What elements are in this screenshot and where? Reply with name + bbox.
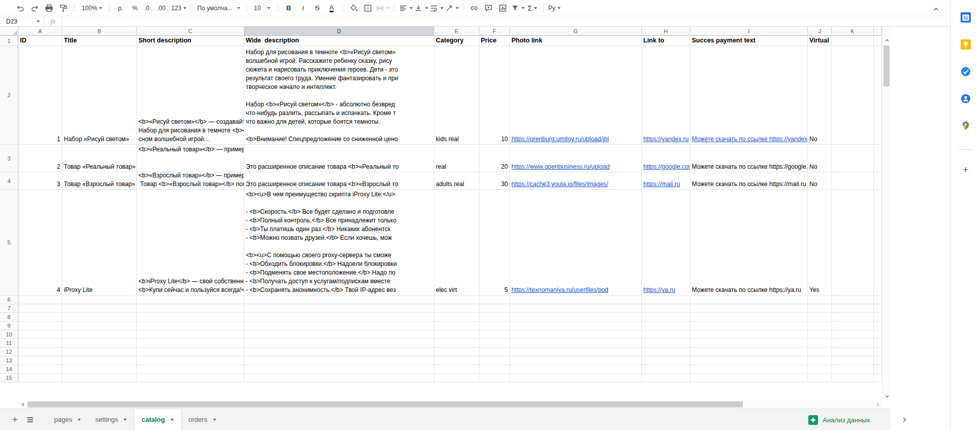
cell-J11[interactable] (808, 339, 832, 348)
cell-A9[interactable] (18, 322, 62, 330)
cell-C6[interactable] (137, 296, 244, 304)
cell-I14[interactable] (690, 365, 808, 374)
cell-H7[interactable] (642, 304, 690, 313)
fill-color-button[interactable] (347, 2, 360, 14)
cell-F9[interactable] (479, 322, 510, 330)
row-header-5[interactable]: 5 (0, 190, 18, 296)
cell-H8[interactable] (642, 313, 690, 322)
cell-A13[interactable] (18, 356, 62, 365)
tab-settings[interactable]: settings (88, 409, 134, 430)
cell-K4[interactable] (832, 172, 874, 190)
text-wrap-button[interactable] (429, 2, 444, 14)
horizontal-scrollbar[interactable] (18, 400, 882, 409)
row-header-10[interactable]: 10 (0, 330, 18, 339)
cell-X14[interactable] (874, 365, 882, 374)
borders-button[interactable] (361, 2, 375, 14)
cell-E10[interactable] (434, 330, 479, 339)
cell-I4[interactable]: Можете скачать по ссылке https://mail.ru (690, 172, 808, 190)
cell-C11[interactable] (137, 339, 244, 348)
cell-C12[interactable] (137, 348, 244, 356)
filter-button[interactable] (510, 2, 525, 14)
column-header-extra[interactable] (874, 27, 882, 36)
row-header-6[interactable]: 6 (0, 296, 18, 304)
cell-H4[interactable]: https://mail.ru (642, 172, 690, 190)
print-button[interactable] (42, 2, 56, 14)
row-header-8[interactable]: 8 (0, 313, 18, 322)
cell-I10[interactable] (690, 330, 808, 339)
insert-chart-button[interactable] (496, 2, 509, 14)
cell-H11[interactable] (642, 339, 690, 348)
cell-H1[interactable]: Link to (642, 36, 690, 46)
font-select[interactable]: По умолча... (195, 2, 242, 14)
add-sheet-button[interactable]: + (7, 409, 22, 430)
increase-decimals-button[interactable]: .00→ (157, 2, 170, 14)
cell-K11[interactable] (832, 339, 874, 348)
column-header-C[interactable]: C (137, 27, 244, 36)
more-formats-button[interactable]: 123 (171, 2, 186, 14)
scroll-left-icon[interactable] (18, 400, 27, 409)
vertical-scroll-thumb[interactable] (883, 46, 890, 86)
column-header-F[interactable]: F (479, 27, 510, 36)
cell-J9[interactable] (808, 322, 832, 330)
cell-C8[interactable] (137, 313, 244, 322)
cell-A10[interactable] (18, 330, 62, 339)
cell-F12[interactable] (479, 348, 510, 356)
cell-F6[interactable] (479, 296, 510, 304)
maps-icon[interactable] (961, 121, 971, 131)
cell-B8[interactable] (62, 313, 137, 322)
cell-J12[interactable] (808, 348, 832, 356)
cell-H2[interactable]: https://yandex.ru (642, 46, 690, 145)
cell-D2[interactable]: Набор для рисования в темноте <b>«Рисуй … (244, 46, 434, 145)
cell-G5[interactable]: https://texnomaniya.ru/userfiles/pod (510, 190, 642, 296)
cell-K1[interactable] (832, 36, 874, 46)
row-header-15[interactable]: 15 (0, 374, 18, 382)
input-tools-button[interactable]: Ру (548, 2, 561, 14)
cell-I13[interactable] (690, 356, 808, 365)
calendar-icon[interactable]: 31 (961, 12, 971, 22)
cell-B10[interactable] (62, 330, 137, 339)
cell-F2[interactable]: 10 (479, 46, 510, 145)
cell-D10[interactable] (244, 330, 434, 339)
cell-B12[interactable] (62, 348, 137, 356)
cell-D4[interactable]: Это расширенное описание товара <b>«Взро… (244, 172, 434, 190)
cell-D3[interactable]: Это расширенное описание товара <b>«Реал… (244, 145, 434, 172)
cell-X2[interactable] (874, 46, 882, 145)
cell-A11[interactable] (18, 339, 62, 348)
horizontal-align-button[interactable] (399, 2, 413, 14)
undo-button[interactable] (14, 2, 27, 14)
tasks-icon[interactable] (961, 66, 971, 77)
cell-F14[interactable] (479, 365, 510, 374)
tab-orders[interactable]: orders (181, 409, 223, 430)
cell-B1[interactable]: Title (62, 36, 137, 46)
row-header-2[interactable]: 2 (0, 46, 18, 145)
cell-D6[interactable] (244, 296, 434, 304)
cell-B6[interactable] (62, 296, 137, 304)
text-color-button[interactable]: A (325, 2, 338, 14)
cell-J8[interactable] (808, 313, 832, 322)
cell-I2[interactable]: Можете скачать по ссылке https://yandex.… (690, 46, 808, 145)
cell-A2[interactable]: 1 (18, 46, 62, 145)
cell-F7[interactable] (479, 304, 510, 313)
scroll-right-icon[interactable] (873, 400, 882, 409)
tab-pages[interactable]: pages (47, 409, 88, 430)
cell-D5[interactable]: <b><u>В чем преимущество скрипта iProxy … (244, 190, 434, 296)
merge-cells-button[interactable] (376, 2, 390, 14)
cell-D9[interactable] (244, 322, 434, 330)
cell-X13[interactable] (874, 356, 882, 365)
cell-K12[interactable] (832, 348, 874, 356)
spreadsheet-grid[interactable]: ABCDEFGHIJK1IDTitleShort descriptionWide… (0, 27, 882, 400)
cell-C10[interactable] (137, 330, 244, 339)
cell-A14[interactable] (18, 365, 62, 374)
cell-X9[interactable] (874, 322, 882, 330)
cell-D11[interactable] (244, 339, 434, 348)
contacts-icon[interactable] (961, 94, 971, 104)
cell-K13[interactable] (832, 356, 874, 365)
paint-format-button[interactable] (57, 2, 70, 14)
cell-I6[interactable] (690, 296, 808, 304)
cell-J14[interactable] (808, 365, 832, 374)
cell-A15[interactable] (18, 374, 62, 382)
zoom-select[interactable]: 100% (79, 2, 105, 14)
cell-E14[interactable] (434, 365, 479, 374)
format-currency-button[interactable]: р. (114, 2, 127, 14)
cell-G12[interactable] (510, 348, 642, 356)
